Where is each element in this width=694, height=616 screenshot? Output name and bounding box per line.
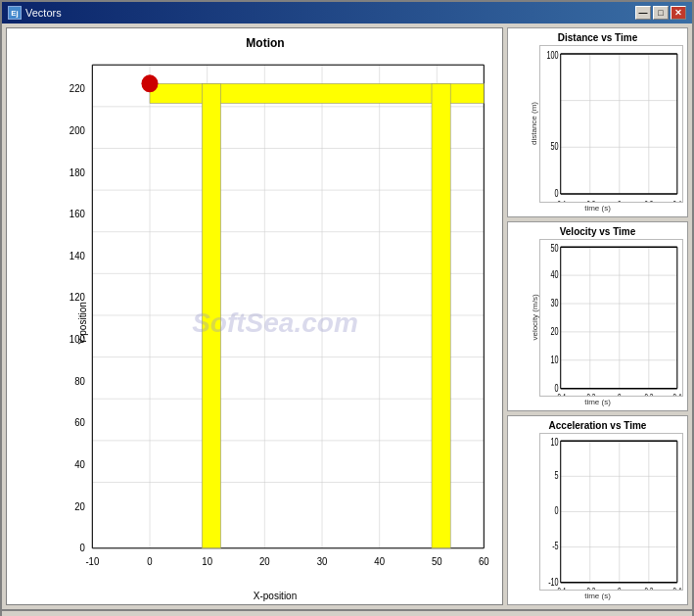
distance-y-label: distance (m) <box>530 102 538 145</box>
svg-text:-0.2: -0.2 <box>584 586 595 590</box>
minimize-button[interactable]: — <box>635 6 651 20</box>
svg-text:-0.4: -0.4 <box>555 198 566 202</box>
acceleration-chart-title: Acceleration vs Time <box>512 420 683 431</box>
svg-text:0: 0 <box>618 392 621 396</box>
maximize-button[interactable]: □ <box>653 6 669 20</box>
velocity-y-label: velocity (m/s) <box>531 295 539 341</box>
svg-text:80: 80 <box>74 375 85 386</box>
svg-text:40: 40 <box>74 459 85 470</box>
main-plot-panel: Motion Y-position <box>6 27 503 605</box>
svg-text:20: 20 <box>74 500 85 511</box>
svg-text:0: 0 <box>147 555 153 566</box>
svg-text:0.2: 0.2 <box>645 586 654 590</box>
accel-x-label: time (s) <box>512 592 683 600</box>
y-axis-label: Y-position <box>77 302 88 345</box>
svg-text:-10: -10 <box>85 555 99 566</box>
right-panel: Distance vs Time distance (m) <box>507 27 688 605</box>
svg-rect-45 <box>432 83 450 547</box>
main-window: Ej Vectors — □ ✕ Motion Y-position <box>0 0 694 616</box>
distance-chart-inner: 0 50 100 -0.4 -0.2 0 0.2 0.4 <box>539 45 683 203</box>
svg-text:50: 50 <box>432 555 442 566</box>
svg-text:180: 180 <box>69 166 86 177</box>
svg-text:50: 50 <box>551 141 559 153</box>
svg-text:160: 160 <box>69 209 86 219</box>
svg-text:-0.2: -0.2 <box>584 392 595 396</box>
svg-text:40: 40 <box>551 269 559 280</box>
svg-text:60: 60 <box>74 417 85 428</box>
svg-text:0: 0 <box>618 198 622 202</box>
velocity-x-label: time (s) <box>512 398 683 406</box>
svg-text:0.2: 0.2 <box>645 198 654 202</box>
title-bar-controls: — □ ✕ <box>635 6 686 20</box>
svg-text:40: 40 <box>374 555 385 566</box>
motion-svg: 0 20 40 60 80 100 120 140 160 180 200 22… <box>56 54 494 592</box>
acceleration-chart: Acceleration vs Time acceleration (m/s/s… <box>507 415 688 605</box>
app-icon: Ej <box>8 6 22 20</box>
bottom-bar: Play Step Reset Force Vectors Velocity V… <box>2 609 692 616</box>
velocity-svg: 0 10 20 30 40 50 -0.4 -0.2 0 0.2 0.4 <box>540 240 682 396</box>
motion-area: Motion Y-position <box>7 28 502 604</box>
svg-text:30: 30 <box>317 555 328 566</box>
svg-text:-0.4: -0.4 <box>555 392 566 396</box>
svg-text:5: 5 <box>555 470 559 481</box>
svg-text:200: 200 <box>69 125 86 136</box>
velocity-chart-inner: 0 10 20 30 40 50 -0.4 -0.2 0 0.2 0.4 <box>539 239 683 397</box>
svg-text:10: 10 <box>551 436 559 447</box>
svg-text:140: 140 <box>69 251 86 261</box>
svg-text:-5: -5 <box>552 541 559 551</box>
distance-svg: 0 50 100 -0.4 -0.2 0 0.2 0.4 <box>540 46 682 202</box>
svg-text:0.4: 0.4 <box>673 392 682 396</box>
window-title: Vectors <box>25 7 62 19</box>
svg-text:0: 0 <box>618 586 621 590</box>
content-area: Motion Y-position <box>2 24 692 609</box>
svg-text:0: 0 <box>555 505 559 516</box>
svg-text:-0.2: -0.2 <box>584 198 595 202</box>
velocity-chart-title: Velocity vs Time <box>512 226 683 237</box>
accel-svg: -10 -5 0 5 10 -0.4 -0.2 0 0.2 0.4 <box>540 434 682 590</box>
motion-title: Motion <box>36 36 494 50</box>
distance-chart: Distance vs Time distance (m) <box>507 27 688 217</box>
svg-point-46 <box>141 74 158 92</box>
svg-text:100: 100 <box>547 49 559 61</box>
close-button[interactable]: ✕ <box>671 6 686 20</box>
svg-text:30: 30 <box>551 298 559 308</box>
svg-text:60: 60 <box>479 555 489 566</box>
title-bar: Ej Vectors — □ ✕ <box>2 2 692 24</box>
svg-text:10: 10 <box>551 354 559 364</box>
svg-rect-44 <box>202 83 220 547</box>
svg-text:10: 10 <box>202 555 212 566</box>
velocity-chart: Velocity vs Time velocity (m/s) <box>507 221 688 411</box>
svg-text:0.4: 0.4 <box>673 586 682 590</box>
svg-text:-0.4: -0.4 <box>555 586 566 590</box>
svg-text:0.2: 0.2 <box>645 392 654 396</box>
svg-text:20: 20 <box>551 325 559 336</box>
svg-text:0: 0 <box>80 543 86 553</box>
svg-text:50: 50 <box>551 242 559 253</box>
svg-text:20: 20 <box>259 555 270 566</box>
plot-area: Y-position <box>56 54 494 592</box>
title-bar-left: Ej Vectors <box>8 6 62 20</box>
svg-text:220: 220 <box>69 83 86 94</box>
distance-chart-title: Distance vs Time <box>512 32 683 43</box>
distance-x-label: time (s) <box>512 204 683 213</box>
accel-chart-inner: -10 -5 0 5 10 -0.4 -0.2 0 0.2 0.4 <box>539 433 683 591</box>
svg-text:0.4: 0.4 <box>673 198 682 202</box>
